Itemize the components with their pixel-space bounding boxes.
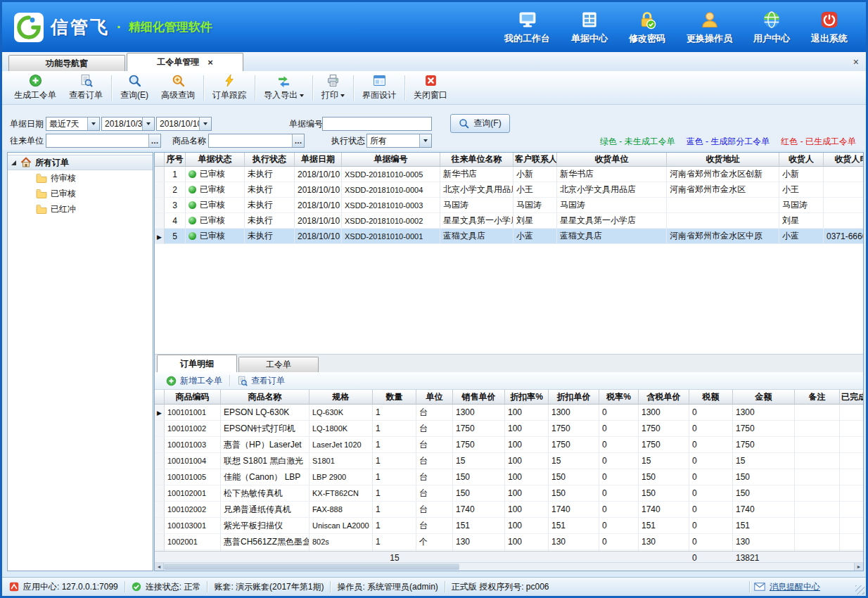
exec-status-select[interactable]: 所有 [366, 134, 432, 148]
query-button[interactable]: 查询(F) [450, 114, 510, 133]
date-to-select[interactable]: 2018/10/10 [156, 117, 212, 131]
orders-table-colheader-2[interactable]: 单据状态 [186, 153, 245, 167]
tab-work-order-mgmt[interactable]: 工令单管理 × [127, 53, 243, 71]
detail-table-colheader-9[interactable]: 税率% [599, 390, 639, 405]
detail-table-colheader-4[interactable]: 数量 [373, 390, 416, 405]
order-row[interactable]: 2已审核未执行2018/10/10XSDD-20181010-0004北京小学文… [155, 182, 863, 198]
date-range-select[interactable]: 最近7天 [46, 117, 100, 131]
toolbar-order-tracking[interactable]: 订单跟踪 [206, 72, 253, 103]
order-row[interactable]: 4已审核未执行2018/10/10XSDD-20181010-0002星星文具第… [155, 213, 863, 229]
orders-table-colheader-4[interactable]: 单据日期 [295, 153, 342, 167]
detail-toolbar-view-order[interactable]: 查看订单 [231, 375, 291, 387]
message-center-link[interactable]: 消息提醒中心 [770, 581, 820, 593]
detail-toolbar-add-work-order[interactable]: 新增工令单 [160, 375, 228, 387]
scroll-right-icon[interactable]: ► [854, 563, 863, 571]
detail-table-colheader-10[interactable]: 含税单价 [639, 390, 689, 405]
chevron-down-icon[interactable] [419, 134, 431, 147]
nav-doc-center[interactable]: 单据中心 [571, 10, 608, 45]
nav-exit-system[interactable]: 退出系统 [811, 10, 848, 45]
toolbar-view-order[interactable]: 查看订单 [63, 72, 109, 103]
nav-change-password[interactable]: 修改密码 [629, 10, 665, 45]
detail-table-colheader-11[interactable]: 税额 [689, 390, 733, 405]
scrollbar-thumb[interactable] [164, 564, 459, 570]
toolbar-close-window[interactable]: 关闭窗口 [407, 72, 454, 103]
detail-row[interactable]: 100102001松下热敏传真机KX-FT862CN1台150100150015… [155, 485, 863, 502]
horizontal-scrollbar[interactable]: ◄ ► [155, 562, 863, 571]
chevron-down-icon[interactable] [300, 94, 304, 97]
detail-table-colheader-2[interactable]: 商品名称 [221, 390, 309, 405]
detail-table-colheader-6[interactable]: 销售单价 [453, 390, 505, 405]
detail-table-colheader-13[interactable]: 备注 [795, 390, 840, 405]
orders-table-colheader-3[interactable]: 执行状态 [245, 153, 295, 167]
detail-row[interactable]: 100101002EPSON针式打印机LQ-1800K1台17501001750… [155, 421, 863, 437]
tree-expander-icon[interactable] [11, 160, 16, 165]
orders-table-colheader-10[interactable]: 收货人 [779, 153, 824, 167]
partner-lookup-button[interactable]: … [148, 134, 160, 147]
resize-grip[interactable] [855, 585, 864, 594]
toolbar-query[interactable]: 查询(E) [114, 72, 155, 103]
toolbar-print[interactable]: 打印 [315, 72, 351, 103]
legend-item-2: 红色 - 已生成工令单 [781, 136, 856, 148]
order-row[interactable]: ▶5已审核未执行2018/10/10XSDD-20181010-0001蓝猫文具… [155, 229, 863, 244]
order-row[interactable]: 3已审核未执行2018/10/10XSDD-20181010-0003马国涛马国… [155, 198, 863, 213]
detail-table-colheader-1[interactable]: 商品编码 [165, 390, 221, 405]
orders-table-colheader-6[interactable]: 往来单位名称 [440, 153, 513, 167]
product-lookup-button[interactable]: … [292, 134, 304, 147]
toolbar-generate-work-order[interactable]: 生成工令单 [8, 72, 63, 103]
tabbar-close-icon[interactable]: × [853, 56, 859, 68]
detail-row[interactable]: 1002001惠普CH561ZZ黑色墨盒802s1个13010013001300… [155, 534, 863, 550]
detail-table-colheader-12[interactable]: 金额 [733, 390, 795, 405]
tab-close-icon[interactable]: × [208, 59, 213, 66]
nav-user-center[interactable]: 用户中心 [753, 10, 790, 45]
toolbar-import-export[interactable]: 导入导出 [257, 72, 310, 103]
detail-table-colheader-7[interactable]: 折扣率% [505, 390, 549, 405]
chevron-down-icon[interactable] [199, 117, 211, 130]
orders-table-colheader-7[interactable]: 客户联系人 [513, 153, 557, 167]
nav-switch-operator[interactable]: 更换操作员 [687, 10, 732, 45]
toolbar-ui-design[interactable]: 界面设计 [356, 72, 402, 103]
connected-icon [132, 582, 141, 592]
product-input[interactable] [209, 134, 292, 147]
tree-item-0[interactable]: 待审核 [8, 170, 153, 186]
row-indicator [155, 421, 165, 437]
detail-table-colheader-5[interactable]: 单位 [416, 390, 453, 405]
tree-item-1[interactable]: 已审核 [8, 186, 153, 201]
tree-item-2[interactable]: 已红冲 [8, 201, 153, 217]
nav-workbench[interactable]: 我的工作台 [504, 10, 550, 45]
detail-row[interactable]: 100101005佳能（Canon） LBPLBP 29001台15010015… [155, 469, 863, 485]
order-row[interactable]: 1已审核未执行2018/10/10XSDD-20181010-0005新华书店小… [155, 167, 863, 182]
orders-table-colheader-8[interactable]: 收货单位 [557, 153, 667, 167]
detail-table-colheader-8[interactable]: 折扣单价 [549, 390, 599, 405]
detail-row[interactable]: 100101004联想 S1801 黑白激光S18011台15100150150… [155, 453, 863, 469]
tab-order-detail[interactable]: 订单明细 [157, 355, 237, 372]
chevron-down-icon[interactable] [340, 94, 345, 97]
detail-table-colheader-14[interactable]: 已完成 [840, 390, 863, 405]
folder-icon [36, 203, 47, 215]
row-indicator [155, 518, 165, 534]
orders-table-colheader-0[interactable] [155, 153, 165, 167]
detail-table-colheader-0[interactable] [155, 390, 165, 405]
detail-row[interactable]: ▶100101001EPSON LQ-630KLQ-630K1台13001001… [155, 405, 863, 421]
detail-row[interactable]: 100102002兄弟普通纸传真机FAX-8881台17401001740017… [155, 502, 863, 518]
date-from-select[interactable]: 2018/10/3 [101, 117, 155, 131]
detail-row[interactable]: 100103001紫光平板扫描仪Uniscan LA20001台15110015… [155, 518, 863, 534]
tab-work-order[interactable]: 工令单 [238, 357, 319, 372]
legend-item-1: 蓝色 - 生成部分工令单 [687, 136, 770, 148]
chevron-down-icon[interactable] [142, 117, 154, 130]
orders-table-colheader-9[interactable]: 收货地址 [667, 153, 779, 167]
detail-table-colheader-3[interactable]: 规格 [309, 390, 373, 405]
chevron-down-icon[interactable] [87, 117, 99, 130]
orders-table-colheader-1[interactable]: 序号 [165, 153, 186, 167]
orders-table-colheader-11[interactable]: 收货人电 [824, 153, 863, 167]
partner-input[interactable] [46, 134, 148, 147]
tab-function-nav[interactable]: 功能导航窗 [8, 55, 125, 71]
toolbar-advanced-query[interactable]: 高级查询 [155, 72, 201, 103]
status-message-center[interactable]: 消息提醒中心 [749, 581, 820, 593]
status-license-text: 正式版 授权序列号: pc006 [452, 581, 549, 593]
tree-item-all-orders[interactable]: 所有订单 [8, 155, 153, 170]
scrollbar-track[interactable] [459, 563, 854, 571]
orders-table-colheader-5[interactable]: 单据编号 [342, 153, 440, 167]
detail-row[interactable]: 100101003惠普（HP）LaserJetLaserJet 10201台17… [155, 437, 863, 453]
scroll-left-icon[interactable]: ◄ [155, 563, 164, 571]
doc-no-input[interactable] [322, 117, 432, 131]
